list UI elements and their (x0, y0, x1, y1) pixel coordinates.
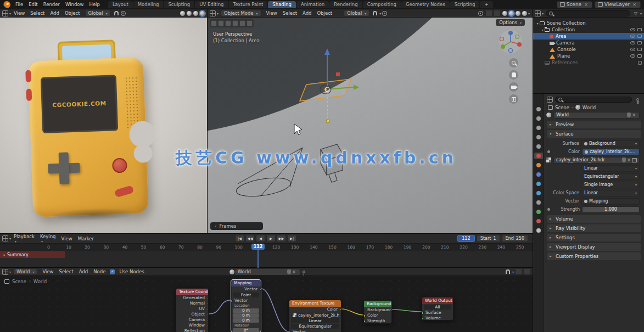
transport-button[interactable]: |◀ (235, 235, 244, 242)
node-value-row[interactable]: 0 m (233, 313, 259, 318)
overlays-toggle-icon[interactable] (494, 10, 501, 16)
current-frame-field[interactable]: 112 (457, 235, 475, 242)
node-output-socket[interactable]: Vector (231, 286, 261, 292)
properties-tab[interactable] (534, 115, 543, 122)
navigation-gizmo[interactable] (499, 30, 523, 54)
unlink-icon[interactable]: × (631, 112, 637, 117)
snap-magnet-icon[interactable] (373, 11, 377, 15)
workspace-tab[interactable]: Texture Paint (229, 1, 268, 8)
summary-channel[interactable]: ▾Summary (0, 251, 65, 258)
unlink-icon[interactable]: × (291, 269, 297, 274)
use-nodes-label[interactable]: Use Nodes (116, 269, 147, 274)
render-visibility-icon[interactable] (637, 35, 642, 38)
render-preview-panel[interactable]: CGCOOKIE.COM (0, 18, 208, 233)
properties-tab[interactable] (534, 143, 543, 150)
workspace-tab[interactable]: Compositing (363, 1, 401, 8)
menu-item[interactable]: View (11, 10, 27, 16)
node-value-row[interactable]: 0 m (233, 308, 259, 313)
outliner-row[interactable]: Area (533, 33, 644, 40)
properties-tab[interactable] (534, 162, 543, 168)
color-texture-link-field[interactable]: cayley_interior_2k.hdr (582, 149, 640, 155)
node-output-socket[interactable]: Normal (176, 301, 208, 306)
node-mapping[interactable]: Mapping Vector Point Vector Location0 m0… (231, 279, 261, 332)
node-output-socket[interactable]: Generated (176, 295, 208, 301)
projection-dropdown[interactable]: Equirectangular▾ (581, 173, 640, 180)
properties-tab[interactable] (534, 199, 543, 206)
collapsed-section[interactable]: ▸Settings (547, 234, 641, 241)
editor-type-icon[interactable] (547, 97, 553, 103)
collapsed-section[interactable]: ▸Viewport Display (547, 243, 641, 251)
proportional-edit-icon[interactable] (121, 11, 126, 16)
checkbox[interactable] (638, 61, 642, 65)
node-input-socket[interactable]: Color (364, 313, 391, 318)
menu-item[interactable]: Node (91, 269, 108, 274)
transport-button[interactable]: ▶ (266, 235, 276, 242)
properties-tab[interactable] (534, 190, 543, 196)
overlays-toggle-icon[interactable] (515, 268, 522, 275)
properties-tab[interactable] (534, 134, 543, 140)
filter-icon[interactable]: ▽ (632, 11, 639, 16)
tool-icon[interactable] (218, 20, 224, 26)
outliner-row[interactable]: Console (533, 46, 644, 53)
shading-rendered-icon[interactable] (522, 11, 527, 16)
workspace-tab[interactable]: Sculpting (164, 1, 194, 8)
hide-eye-icon[interactable] (630, 41, 635, 44)
menu-item[interactable]: View (264, 10, 280, 16)
snap-magnet-icon[interactable] (506, 269, 510, 274)
menu-item[interactable]: Window (63, 2, 87, 7)
tool-icon[interactable] (225, 20, 231, 26)
output-target-dropdown[interactable]: All (424, 305, 451, 310)
frame-ruler[interactable]: 0102030405060708090100110120130140150160… (0, 244, 533, 251)
menu-item[interactable]: Select (57, 269, 76, 274)
fake-user-icon[interactable] (622, 157, 626, 162)
pivot-icon[interactable] (478, 11, 483, 16)
editor-type-icon[interactable] (2, 269, 8, 275)
node-output-socket[interactable]: Camera (176, 317, 208, 323)
image-datablock-selector[interactable]: cayley_interior_2k.hdr × (553, 157, 640, 164)
outliner-search-input[interactable] (546, 10, 630, 16)
workspace-tab[interactable]: Modeling (133, 1, 164, 8)
menu-item[interactable]: File (13, 2, 26, 7)
world-datablock-selector[interactable]: World × (553, 112, 640, 119)
node-output-socket[interactable]: Object (176, 312, 208, 317)
projection-dropdown[interactable]: Equirectangular (291, 324, 339, 329)
ortho-toggle-button[interactable] (509, 94, 518, 104)
node-value-row[interactable]: 0° (233, 328, 259, 332)
node-input-socket[interactable]: Strength (364, 318, 391, 324)
mode-dropdown[interactable]: Object Mode▾ (221, 10, 261, 16)
vector-link-dropdown[interactable]: Mapping (581, 198, 640, 205)
shading-solid-icon[interactable] (509, 11, 514, 16)
workspace-tab[interactable]: Geometry Nodes (401, 1, 450, 8)
node-environment-texture[interactable]: Environment Texture Color cayley_interio… (289, 300, 341, 332)
properties-tab[interactable] (534, 227, 543, 234)
transport-button[interactable]: ▶▶ (277, 235, 286, 242)
properties-tab[interactable] (534, 181, 543, 187)
section-preview[interactable]: ▸Preview (547, 121, 641, 128)
shading-solid-icon[interactable] (187, 11, 192, 16)
editor-type-icon[interactable] (210, 10, 216, 16)
outliner-row[interactable]: References (533, 59, 644, 66)
workspace-tab[interactable]: Layout (108, 1, 133, 8)
menu-item[interactable]: Select (27, 10, 47, 16)
outliner-row[interactable]: Camera (533, 40, 644, 46)
properties-tab[interactable] (534, 209, 543, 215)
collapsed-section[interactable]: ▸Volume (547, 215, 641, 223)
collapsed-section[interactable]: ▸Ray Visibility (547, 224, 641, 232)
node-output-socket[interactable]: UV (176, 306, 208, 312)
frame-start-field[interactable]: Start1 (477, 235, 500, 242)
use-nodes-checkbox[interactable]: ✓ (110, 269, 115, 274)
node-input-socket[interactable]: Vector (231, 298, 261, 303)
transport-button[interactable]: ▶| (287, 235, 296, 242)
shader-type-dropdown[interactable]: World▾ (13, 268, 37, 275)
shading-material-icon[interactable] (193, 11, 198, 16)
workspace-tab[interactable]: Rendering (329, 1, 362, 8)
render-visibility-icon[interactable] (637, 48, 642, 51)
interpolation-dropdown[interactable]: Linear (291, 318, 339, 323)
scene-selector[interactable]: Scene × (557, 1, 592, 8)
node-input-socket[interactable]: Volume (422, 316, 453, 320)
properties-tab[interactable] (534, 153, 543, 159)
menu-item[interactable]: Marker▾ (75, 236, 97, 241)
node-world-output[interactable]: World Output All Surface Volume (422, 297, 453, 320)
workspace-tab[interactable]: Animation (296, 1, 329, 8)
properties-tab[interactable] (534, 218, 543, 224)
